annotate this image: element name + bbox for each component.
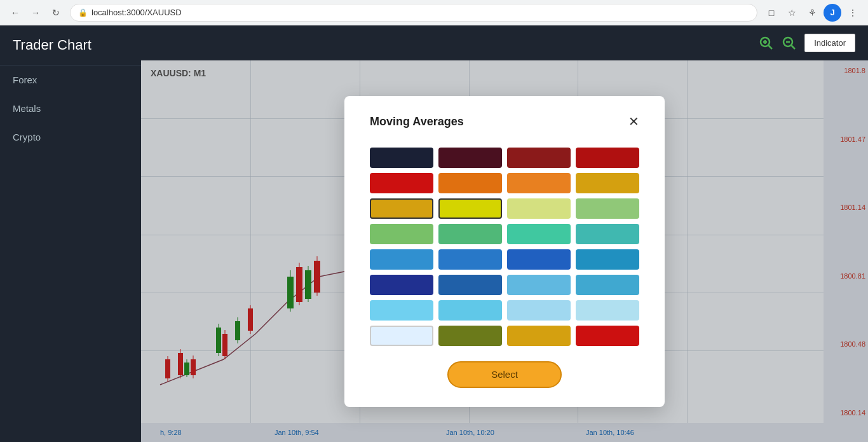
app-container: Trader Chart Forex Metals Crypto [0,25,868,442]
sidebar-item-forex[interactable]: Forex [0,66,141,94]
cast-button[interactable]: □ [763,4,780,22]
nav-buttons: ← → ↻ [6,4,65,22]
color-swatch-8[interactable] [576,173,639,193]
color-swatch-13[interactable] [370,224,433,244]
bookmark-button[interactable]: ☆ [783,4,801,22]
color-swatch-23[interactable] [507,275,571,295]
modal-header: Moving Averages ✕ [370,115,639,128]
modal-overlay: Moving Averages ✕ [141,60,868,442]
color-swatch-31[interactable] [507,326,571,346]
modal-close-button[interactable]: ✕ [628,115,639,128]
app-title: Trader Chart [0,25,141,66]
color-swatch-30[interactable] [438,326,502,346]
color-swatch-20[interactable] [576,249,639,270]
address-bar[interactable]: 🔒 localhost:3000/XAUUSD [70,4,757,22]
main-content: Indicator XAUUSD: M1 [141,25,868,442]
color-swatch-26[interactable] [438,300,502,321]
moving-averages-modal: Moving Averages ✕ [344,96,665,407]
browser-bar: ← → ↻ 🔒 localhost:3000/XAUUSD □ ☆ ⚘ J ⋮ [0,0,868,25]
forward-button[interactable]: → [27,4,44,22]
sidebar: Trader Chart Forex Metals Crypto [0,25,141,442]
color-swatch-5[interactable] [370,173,433,193]
user-avatar[interactable]: J [824,4,841,22]
color-swatch-1[interactable] [370,148,433,168]
color-swatch-11[interactable] [507,198,571,219]
color-swatch-6[interactable] [438,173,502,193]
menu-button[interactable]: ⋮ [844,4,862,22]
reload-button[interactable]: ↻ [47,4,65,22]
color-swatch-3[interactable] [507,148,571,168]
color-swatch-21[interactable] [370,275,433,295]
zoom-in-button[interactable] [759,36,774,51]
url-text: localhost:3000/XAUUSD [92,8,182,17]
color-swatch-25[interactable] [370,300,433,321]
zoom-out-button[interactable] [782,36,797,51]
browser-actions: □ ☆ ⚘ J ⋮ [763,4,862,22]
lock-icon: 🔒 [78,8,88,17]
back-button[interactable]: ← [6,4,24,22]
indicator-button[interactable]: Indicator [804,34,855,52]
color-swatch-29[interactable] [370,326,433,346]
color-swatch-16[interactable] [576,224,639,244]
color-swatch-2[interactable] [438,148,502,168]
extensions-button[interactable]: ⚘ [803,4,821,22]
chart-area: XAUUSD: M1 [141,60,868,442]
color-swatch-10[interactable] [438,198,502,219]
color-swatch-12[interactable] [576,198,639,219]
color-swatch-18[interactable] [438,249,502,270]
color-swatch-7[interactable] [507,173,571,193]
svg-line-5 [791,45,795,49]
color-swatch-14[interactable] [438,224,502,244]
color-swatch-9[interactable] [370,198,433,219]
color-swatch-19[interactable] [507,249,571,270]
color-swatch-17[interactable] [370,249,433,270]
sidebar-item-metals[interactable]: Metals [0,94,141,123]
svg-line-1 [768,45,772,49]
color-grid [370,148,639,346]
toolbar: Indicator [141,25,868,60]
color-swatch-15[interactable] [507,224,571,244]
select-button[interactable]: Select [447,361,562,388]
color-swatch-24[interactable] [576,275,639,295]
sidebar-item-crypto[interactable]: Crypto [0,123,141,151]
color-swatch-28[interactable] [576,300,639,321]
modal-title: Moving Averages [370,115,464,128]
color-swatch-27[interactable] [507,300,571,321]
color-swatch-22[interactable] [438,275,502,295]
color-swatch-32[interactable] [576,326,639,346]
color-swatch-4[interactable] [576,148,639,168]
